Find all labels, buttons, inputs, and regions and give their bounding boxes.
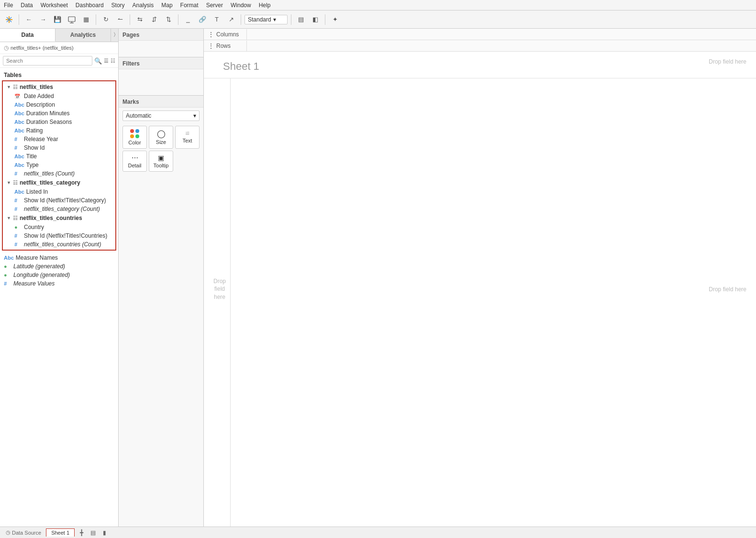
field-label: Show Id (Netflix!Titles!Countries) [24,232,107,239]
new-worksheet-icon[interactable]: ╋ [77,528,86,538]
undo-btn[interactable]: ↻ [100,13,112,26]
field-country[interactable]: ● Country [3,223,115,231]
swap-btn[interactable]: ⇆ [133,13,146,26]
field-count-titles[interactable]: # netflix_titles (Count) [3,169,115,178]
new-story-icon[interactable]: ▮ [100,528,109,538]
marks-text-btn[interactable]: ◽ Text [175,126,200,149]
field-listed-in[interactable]: Abc Listed In [3,187,115,196]
swap2-btn[interactable]: ⇵ [148,13,160,26]
forward-btn[interactable]: → [37,13,49,26]
datasource-tab-icon: ◷ [6,529,11,536]
field-duration-seasons[interactable]: Abc Duration Seasons [3,118,115,126]
duplicate-btn[interactable]: ▦ [80,13,92,26]
table-name-label: netflix_titles_category [20,179,80,186]
menu-analysis[interactable]: Analysis [133,2,154,9]
menu-bar: File Data Worksheet Dashboard Story Anal… [0,0,756,11]
mark2-btn[interactable]: 🔗 [196,13,209,26]
menu-data[interactable]: Data [21,2,33,9]
menu-story[interactable]: Story [111,2,125,9]
field-show-id[interactable]: # Show Id [3,143,115,152]
hash-icon: # [14,145,22,151]
menu-help[interactable]: Help [259,2,271,9]
sep5 [241,14,241,25]
field-show-id-category[interactable]: # Show Id (Netflix!Titles!Category) [3,196,115,205]
standard-dropdown[interactable]: Standard ▾ [245,15,288,24]
filter-icon[interactable]: ☰ [104,58,109,64]
marks-detail-label: Detail [128,163,141,168]
save-btn[interactable]: 💾 [51,13,64,26]
drop-field-right[interactable]: Drop field here [709,286,746,293]
pages-section: Pages [119,29,203,57]
sep6 [291,14,291,25]
marks-tooltip-btn[interactable]: ▣ Tooltip [149,151,173,172]
globe-icon: ● [4,272,11,278]
field-label: Description [26,101,55,108]
field-date-added[interactable]: 📅 Date Added [3,92,115,100]
standard-arrow: ▾ [273,16,276,23]
collapse-icon: ▼ [7,216,11,220]
field-label: Release Year [24,136,58,143]
marks-size-btn[interactable]: ◯ Size [149,126,173,149]
table-netflix-titles-category[interactable]: ▼ ☷ netflix_titles_category [3,178,115,187]
table-netflix-titles-countries[interactable]: ▼ ☷ netflix_titles_countries [3,213,115,223]
measure-values[interactable]: # Measure Values [0,279,118,288]
panel-tab-arrow[interactable]: 〉 [111,29,118,42]
measure-names[interactable]: Abc Measure Names [0,253,118,262]
field-show-id-countries[interactable]: # Show Id (Netflix!Titles!Countries) [3,231,115,240]
measure-longitude[interactable]: ● Longitude (generated) [0,271,118,279]
new-dashboard-icon[interactable]: ▤ [88,528,98,538]
marks-detail-btn[interactable]: ⋯ Detail [122,151,147,172]
menu-worksheet[interactable]: Worksheet [41,2,68,9]
tooltip-icon: ▣ [158,154,164,162]
datasource-name: netflix_titles+ (netflix_titles) [11,45,74,51]
back-btn[interactable]: ← [22,13,35,26]
share-btn[interactable]: ✦ [329,13,341,26]
redo-btn[interactable]: ↼ [114,13,126,26]
swap3-btn[interactable]: ⇅ [162,13,175,26]
mark3-btn[interactable]: T [211,13,223,26]
menu-dashboard[interactable]: Dashboard [76,2,104,9]
mark1-btn[interactable]: ⎯ [182,13,194,26]
menu-window[interactable]: Window [231,2,251,9]
field-description[interactable]: Abc Description [3,100,115,109]
table-netflix-titles[interactable]: ▼ ☷ netflix_titles [3,82,115,92]
drop-field-left[interactable]: Drop field here [213,277,226,301]
sheet1-tab[interactable]: Sheet 1 [46,528,75,537]
marks-text-label: Text [182,138,192,143]
marks-color-btn[interactable]: Color [122,126,147,149]
drop-field-top[interactable]: Drop field here [709,58,746,65]
cal-icon: 📅 [14,94,22,99]
menu-map[interactable]: Map [161,2,172,9]
search-input[interactable] [3,56,92,66]
search-icon[interactable]: 🔍 [94,57,102,65]
menu-format[interactable]: Format [180,2,199,9]
monitor-btn[interactable]: ◧ [309,13,322,26]
view-toggle-icon[interactable]: ☷ [111,58,115,64]
tab-analytics[interactable]: Analytics [56,29,111,42]
mark4-btn[interactable]: ↗ [225,13,237,26]
filters-label: Filters [119,57,203,69]
field-duration-minutes[interactable]: Abc Duration Minutes [3,109,115,118]
menu-server[interactable]: Server [206,2,223,9]
globe-icon: ● [14,224,22,230]
columns-content[interactable] [247,30,756,39]
chart-btn[interactable]: ▤ [295,13,307,26]
rows-content[interactable] [247,41,756,51]
field-release-year[interactable]: # Release Year [3,135,115,143]
new-ds-btn[interactable] [66,13,78,26]
field-count-category[interactable]: # netflix_titles_category (Count) [3,205,115,213]
detail-icon: ⋯ [132,154,138,162]
hash-icon: # [14,233,22,239]
marks-type-dropdown[interactable]: Automatic ▾ [122,110,200,121]
measure-latitude[interactable]: ● Latitude (generated) [0,262,118,271]
datasource-tab[interactable]: ◷ Data Source [3,528,44,537]
tab-data[interactable]: Data [0,29,56,42]
columns-label: ⋮ Columns [204,29,247,40]
sep2 [96,14,96,25]
menu-file[interactable]: File [4,2,13,9]
tableau-logo-btn[interactable] [3,13,15,26]
field-count-countries[interactable]: # netflix_titles_countries (Count) [3,240,115,249]
field-title[interactable]: Abc Title [3,152,115,161]
field-type[interactable]: Abc Type [3,161,115,169]
field-rating[interactable]: Abc Rating [3,126,115,135]
